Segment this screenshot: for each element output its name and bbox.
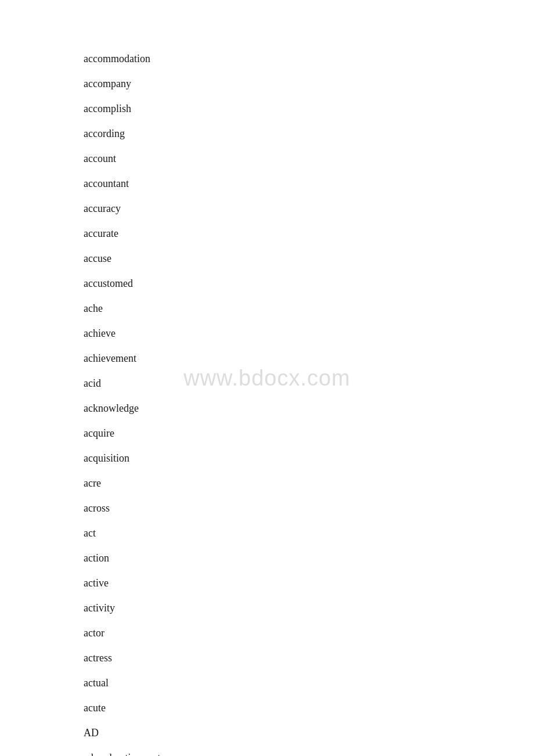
list-item: active	[84, 571, 534, 596]
list-item: ache	[84, 296, 534, 321]
list-item: accuse	[84, 246, 534, 271]
list-item: accountant	[84, 171, 534, 196]
list-item: acknowledge	[84, 396, 534, 421]
list-item: act	[84, 521, 534, 546]
list-item: accomplish	[84, 96, 534, 121]
list-item: action	[84, 546, 534, 571]
list-item: accommodation	[84, 46, 534, 71]
list-item: accustomed	[84, 271, 534, 296]
list-item: actual	[84, 671, 534, 696]
list-item: AD	[84, 721, 534, 746]
list-item: across	[84, 496, 534, 521]
list-item: according	[84, 121, 534, 146]
list-item: ad =advertisement	[84, 746, 534, 756]
list-item: achieve	[84, 321, 534, 346]
list-item: activity	[84, 596, 534, 621]
list-item: accompany	[84, 71, 534, 96]
list-item: achievement	[84, 346, 534, 371]
list-item: actor	[84, 621, 534, 646]
list-item: acre	[84, 471, 534, 496]
list-item: acid	[84, 371, 534, 396]
list-item: accuracy	[84, 196, 534, 221]
list-item: actress	[84, 646, 534, 671]
list-item: acute	[84, 696, 534, 721]
list-item: accurate	[84, 221, 534, 246]
list-item: acquisition	[84, 446, 534, 471]
word-list: accommodationaccompanyaccomplishaccordin…	[0, 0, 534, 756]
list-item: account	[84, 146, 534, 171]
list-item: acquire	[84, 421, 534, 446]
